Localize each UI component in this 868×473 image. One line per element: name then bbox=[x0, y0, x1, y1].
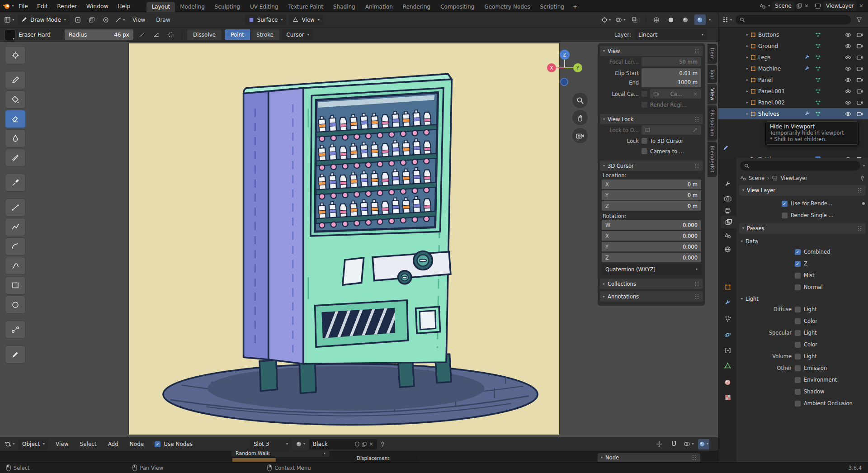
outliner-row[interactable]: ▸Panel.001 bbox=[718, 85, 868, 97]
camera-canvas[interactable] bbox=[129, 43, 559, 435]
annotate-tool[interactable] bbox=[5, 345, 26, 364]
workspace-tab-layout[interactable]: Layout bbox=[146, 2, 175, 12]
shader-type-dropdown[interactable]: Object▾ bbox=[19, 439, 48, 449]
view-section-header[interactable]: ▾View bbox=[600, 46, 703, 56]
pass-volume-light-checkbox[interactable] bbox=[795, 354, 801, 359]
shading-wireframe-icon[interactable] bbox=[651, 14, 662, 25]
outliner-row[interactable]: ▸Panel.002 bbox=[718, 97, 868, 108]
passes-data-subheader[interactable]: ▾Data bbox=[736, 236, 868, 246]
passes-panel-header[interactable]: ▾Passes bbox=[739, 223, 866, 234]
draw-tool[interactable] bbox=[5, 71, 26, 89]
erase-mode-stroke-button[interactable]: Stroke bbox=[250, 29, 279, 40]
outliner-row[interactable]: ▸Buttons bbox=[718, 29, 868, 40]
properties-filter-caret[interactable]: ▾ bbox=[863, 164, 865, 168]
menu-edit[interactable]: Edit bbox=[33, 0, 52, 12]
pass-mist-checkbox[interactable] bbox=[795, 273, 801, 279]
cursor-location-z[interactable]: Z0 m bbox=[602, 201, 701, 211]
hide-in-viewport-icon[interactable] bbox=[845, 32, 851, 38]
tab-scene[interactable] bbox=[720, 229, 735, 242]
workspace-tab-rendering[interactable]: Rendering bbox=[398, 2, 435, 12]
clip-end-field[interactable]: 1000 m bbox=[642, 78, 701, 87]
falloff-curve-icon[interactable]: ▾ bbox=[114, 14, 126, 25]
sidebar-tab-blenderkit[interactable]: BlenderKit bbox=[708, 142, 717, 177]
zoom-button[interactable] bbox=[572, 93, 588, 108]
disable-in-renders-icon[interactable] bbox=[857, 111, 863, 117]
tab-modifiers[interactable] bbox=[720, 296, 735, 309]
material-name-field[interactable]: Black × bbox=[309, 439, 377, 449]
workspace-tab-uv-editing[interactable]: UV Editing bbox=[245, 2, 283, 12]
tab-material[interactable] bbox=[720, 376, 735, 388]
breadcrumb-viewlayer[interactable]: ViewLayer bbox=[781, 175, 807, 181]
eraser-strength-toggle-icon[interactable] bbox=[151, 29, 162, 40]
pass-specular-light-checkbox[interactable] bbox=[795, 330, 801, 336]
tab-object[interactable] bbox=[720, 281, 735, 293]
scene-browse-caret[interactable]: ▾ bbox=[768, 4, 770, 8]
editor-type-icon[interactable]: ▾ bbox=[4, 14, 15, 25]
outliner-row-selected[interactable]: ▸Shelves bbox=[718, 108, 868, 119]
axis-gizmo[interactable]: Z X Y bbox=[544, 47, 585, 88]
workspace-tab-texture-paint[interactable]: Texture Paint bbox=[283, 2, 328, 12]
properties-search-input[interactable] bbox=[740, 161, 860, 170]
overlays-toggle-icon[interactable]: ▾ bbox=[683, 439, 694, 449]
new-scene-icon[interactable] bbox=[797, 3, 802, 9]
outliner-search-input[interactable] bbox=[736, 15, 851, 24]
shader-menu-node[interactable]: Node bbox=[126, 441, 148, 447]
eraser-falloff-toggle-icon[interactable] bbox=[165, 29, 177, 40]
cursor-tool[interactable] bbox=[5, 46, 26, 64]
layer-dropdown[interactable]: Lineart▾ bbox=[635, 29, 707, 40]
menu-render[interactable]: Render bbox=[52, 0, 82, 12]
arc-tool[interactable] bbox=[5, 237, 26, 255]
xray-toggle-icon[interactable] bbox=[629, 14, 641, 25]
curve-tool[interactable] bbox=[5, 257, 26, 275]
hide-in-viewport-icon[interactable] bbox=[845, 88, 851, 95]
workspace-tab-sculpting[interactable]: Sculpting bbox=[210, 2, 245, 12]
outliner-editor-type-icon[interactable]: ▾ bbox=[722, 14, 733, 25]
tab-texture[interactable] bbox=[720, 391, 735, 404]
box-tool[interactable] bbox=[5, 276, 26, 294]
pass-normal-checkbox[interactable] bbox=[795, 284, 801, 290]
disable-in-renders-icon[interactable] bbox=[857, 77, 863, 83]
pass-specular-color-checkbox[interactable] bbox=[795, 342, 801, 348]
node-subsurface-method-field[interactable]: Random Walk▾ bbox=[231, 449, 330, 457]
collections-section-header[interactable]: ▸Collections bbox=[600, 279, 703, 289]
viewport-3d[interactable]: Z X Y ▾View Focal Len...50 mm Clip Start… bbox=[0, 42, 718, 437]
menu-window[interactable]: Window bbox=[82, 0, 113, 12]
erase-tool[interactable] bbox=[5, 110, 26, 128]
shading-rendered-icon[interactable] bbox=[694, 14, 706, 25]
tab-constraints[interactable] bbox=[720, 344, 735, 357]
hide-in-viewport-icon[interactable] bbox=[845, 43, 851, 49]
shading-dropdown-caret[interactable]: ▾ bbox=[709, 18, 711, 22]
hide-in-viewport-icon[interactable] bbox=[845, 111, 851, 117]
hide-in-viewport-icon[interactable] bbox=[845, 77, 851, 83]
overlays-icon[interactable]: ▾ bbox=[615, 14, 626, 25]
placement-origin-icon[interactable] bbox=[72, 14, 84, 25]
disable-in-renders-icon[interactable] bbox=[857, 100, 863, 105]
fake-user-shield-icon[interactable] bbox=[355, 441, 359, 447]
menu-help[interactable]: Help bbox=[113, 0, 135, 12]
snap-magnet-icon[interactable] bbox=[668, 439, 679, 449]
tab-tool[interactable] bbox=[720, 178, 735, 190]
view-layer-panel-header[interactable]: ▾View Layer bbox=[739, 185, 866, 196]
tab-physics[interactable] bbox=[720, 328, 735, 341]
radius-slider[interactable]: Radius 46 px bbox=[65, 29, 133, 40]
tab-output[interactable] bbox=[720, 204, 735, 217]
shading-material-icon[interactable] bbox=[680, 14, 691, 25]
cursor-3d-section-header[interactable]: ▾3D Cursor bbox=[600, 161, 703, 171]
material-preview-sphere-icon[interactable]: ▾ bbox=[698, 439, 709, 449]
menu-file[interactable]: File bbox=[14, 0, 33, 12]
fill-tool[interactable] bbox=[5, 90, 26, 109]
line-tool[interactable] bbox=[5, 199, 26, 217]
stroke-placement-dropdown[interactable]: Surface▾ bbox=[245, 14, 287, 25]
polyline-tool[interactable] bbox=[5, 218, 26, 236]
camera-view-button[interactable] bbox=[572, 128, 588, 143]
local-camera-field[interactable]: Ca...× bbox=[650, 89, 701, 99]
workspace-tab-scripting[interactable]: Scripting bbox=[535, 2, 569, 12]
tab-particles[interactable] bbox=[720, 312, 735, 325]
brush-name[interactable]: Eraser Hard bbox=[19, 32, 51, 38]
pass-ambient-occlusion-checkbox[interactable] bbox=[795, 401, 801, 407]
pass-z-checkbox[interactable] bbox=[795, 261, 801, 267]
shader-menu-view[interactable]: View bbox=[52, 441, 72, 447]
shading-solid-icon[interactable] bbox=[665, 14, 677, 25]
show-gizmo-icon[interactable]: ▾ bbox=[600, 14, 612, 25]
drawing-plane-dropdown[interactable]: View▾ bbox=[289, 14, 323, 25]
